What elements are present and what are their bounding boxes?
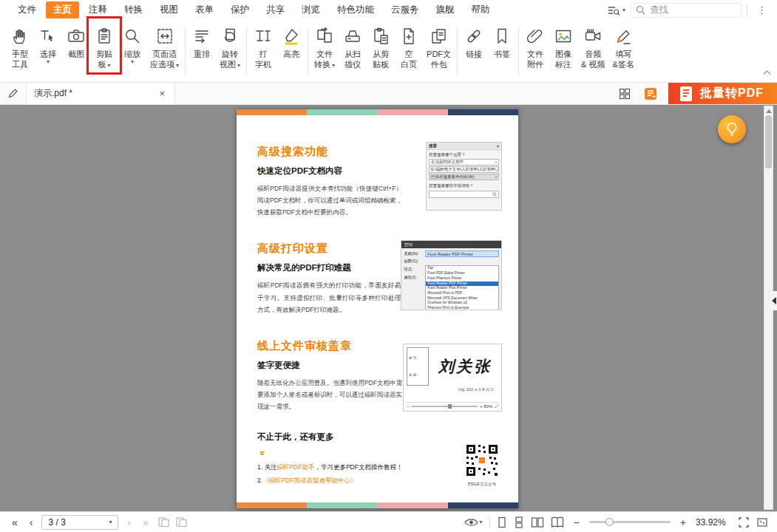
menu-tab-features[interactable]: 特色功能 [330, 1, 381, 18]
first-page-button[interactable]: « [9, 517, 21, 528]
ribbon-rotate-view-button[interactable]: 旋转视图▾ [216, 23, 244, 72]
ribbon-link-button[interactable]: 链接 [460, 23, 488, 61]
mock-label: 属性(I): [404, 275, 424, 280]
mock-printer-row: Foxit PDF Editor Printer [426, 271, 498, 276]
prev-page-button[interactable]: ‹ [27, 517, 36, 528]
ribbon-from-scanner-button[interactable]: 从扫描仪 [339, 23, 367, 72]
panel-expand-handle[interactable] [771, 291, 777, 310]
pencil-icon[interactable] [0, 88, 26, 99]
menu-tab-help[interactable]: 帮助 [464, 1, 498, 18]
chevron-down-icon: ▾ [124, 59, 140, 66]
ribbon-audio-video-button[interactable]: 音频& 视频 [577, 23, 608, 72]
ribbon-toolbar: 手型工具选择▾截图剪贴板▾缩放▾页面适应选项▾重排旋转视图▾打字机高亮文件转换▾… [0, 20, 777, 83]
menu-tab-form[interactable]: 表单 [188, 1, 221, 18]
search-placeholder: 查找 [650, 4, 668, 16]
ribbon-fill-sign-button[interactable]: 填写&签名 [608, 23, 637, 72]
zoom-out-button[interactable]: − [571, 517, 583, 528]
ribbon-link-label: 链接 [466, 49, 482, 59]
read-mode-eye-icon[interactable]: ▾ [464, 518, 483, 527]
last-page-button[interactable]: » [140, 517, 152, 528]
more-menu-button[interactable]: ⋮ [753, 4, 771, 16]
foxit-assistant-link[interactable]: 福昕PDF助手 [276, 463, 314, 471]
mock-printer-row: Foxit Phantom Printer [426, 276, 498, 282]
book-view-icon[interactable] [551, 516, 564, 528]
continuous-view-icon[interactable] [514, 516, 524, 528]
ribbon-typewriter-button[interactable]: 打字机 [249, 23, 277, 72]
single-page-view-icon[interactable] [497, 516, 507, 528]
page-number-selector[interactable]: 3 / 3 ▾ [41, 515, 118, 530]
ribbon-hand-tool-button[interactable]: 手型工具 [6, 23, 34, 72]
ribbon-snapshot-button[interactable]: 截图 [62, 23, 90, 61]
next-view-icon[interactable] [175, 516, 187, 528]
quick-find-icon[interactable]: ▾ [608, 5, 625, 16]
ribbon-zoom-button[interactable]: 缩放▾ [118, 23, 146, 67]
close-tab-icon[interactable]: × [157, 88, 167, 99]
ribbon-separator [308, 27, 308, 76]
page-number-value: 3 / 3 [48, 517, 65, 528]
fit-page-icon[interactable] [738, 516, 750, 528]
menu-tab-protect[interactable]: 保护 [223, 1, 257, 18]
menu-tab-comment[interactable]: 注释 [81, 1, 115, 18]
document-tab[interactable]: 演示.pdf * × [26, 83, 175, 104]
section-body: 福昕PDF阅读器拥有强大的打印功能，界面友好易于学习。支持虚拟打印、批量打印等多… [257, 279, 401, 315]
ribbon-fill-sign-label: 填写&签名 [612, 49, 634, 70]
ribbon-blank-page-button[interactable]: 空白页 [395, 23, 423, 72]
ribbon-hand-tool-label: 手型工具 [12, 49, 28, 70]
pdf-convert-icon[interactable] [637, 87, 664, 100]
mock-label: 份数(C): [404, 259, 424, 264]
menu-tab-share[interactable]: 共享 [259, 1, 292, 18]
mock-label: 状态: [404, 267, 424, 272]
scroll-up-icon[interactable] [766, 109, 772, 113]
ribbon-file-convert-button[interactable]: 文件转换▾ [311, 23, 339, 72]
menu-tab-browse[interactable]: 浏览 [294, 1, 328, 18]
ribbon-page-fit-options-button[interactable]: 页面适应选项▾ [146, 23, 183, 72]
search-input[interactable]: 查找 [631, 3, 742, 18]
document-area[interactable]: 高级搜索功能 快速定位PDF文档内容 福昕PDF阅读器提供文本查找功能（快捷键C… [0, 105, 777, 511]
next-page-button[interactable]: › [124, 517, 134, 528]
mock-printer-row: Phantom Print to Evernote [426, 306, 498, 310]
scrollbar-thumb[interactable] [765, 115, 772, 168]
menu-tab-view[interactable]: 视图 [152, 1, 186, 18]
menu-tab-flagship[interactable]: 旗舰 [429, 1, 462, 18]
ribbon-image-annotation-button[interactable]: 图像标注 [549, 23, 577, 72]
menu-tab-convert[interactable]: 转换 [117, 1, 150, 18]
ribbon-file-attachment-button[interactable]: 文件附件 [521, 23, 549, 72]
fullscreen-icon[interactable] [756, 516, 768, 528]
mock-printer-list: FaxFoxit PDF Editor PrinterFoxit Phantom… [425, 265, 499, 310]
chevron-down-icon: ▾ [109, 519, 112, 525]
tab-bar-right: 批量转PDF [612, 83, 777, 104]
zoom-slider[interactable] [589, 521, 671, 523]
grid-view-icon[interactable] [612, 88, 637, 100]
mock-dropdown: 在当前PDF文档中▾ [429, 159, 499, 166]
facing-view-icon[interactable] [531, 516, 544, 528]
image-annotation-icon [554, 25, 573, 47]
assistant-lightbulb-button[interactable] [718, 115, 746, 143]
audio-video-icon [583, 25, 603, 47]
help-center-link[interactable]: 《福昕PDF阅读器疑难帮助中心》 [262, 477, 357, 484]
menu-tab-file[interactable]: 文件 [10, 1, 44, 18]
ribbon-highlight-button[interactable]: 高亮 [277, 23, 305, 61]
menu-tab-cloud[interactable]: 云服务 [384, 1, 427, 18]
ribbon-page-fit-options-label: 页面适应选项▾ [150, 49, 179, 70]
ribbon-pdf-package-button[interactable]: PDF文件包 [423, 23, 455, 72]
qr-code-block: 扫码关注公众号 [462, 443, 502, 488]
collapse-ribbon-button[interactable] [763, 65, 771, 78]
pdf-package-icon [430, 25, 449, 47]
page-fit-options-icon [155, 25, 174, 47]
ribbon-bookmark-button[interactable]: 书签 [488, 23, 516, 61]
ribbon-from-scanner-label: 从扫描仪 [345, 49, 361, 70]
batch-convert-pdf-button[interactable]: 批量转PDF [668, 83, 777, 104]
mock-selected-printer: Foxit Reader PDF Printer [425, 250, 499, 257]
menu-tab-home[interactable]: 主页 [46, 1, 79, 18]
ribbon-from-clipboard-button[interactable]: 从剪贴板 [367, 23, 395, 72]
divider [747, 4, 747, 16]
hand-tool-icon [10, 25, 30, 47]
ribbon-select-tool-button[interactable]: 选择▾ [34, 23, 62, 67]
ribbon-clipboard-button[interactable]: 剪贴板▾ [90, 23, 118, 72]
mock-search-field [429, 191, 499, 198]
zoom-slider-thumb[interactable] [605, 518, 614, 526]
zoom-in-button[interactable]: + [677, 517, 689, 528]
ribbon-reflow-button[interactable]: 重排 [188, 23, 216, 61]
previous-view-icon[interactable] [157, 516, 169, 528]
mock-signature-date: 日期: 2021 年 9 月 21 日 [407, 388, 498, 392]
